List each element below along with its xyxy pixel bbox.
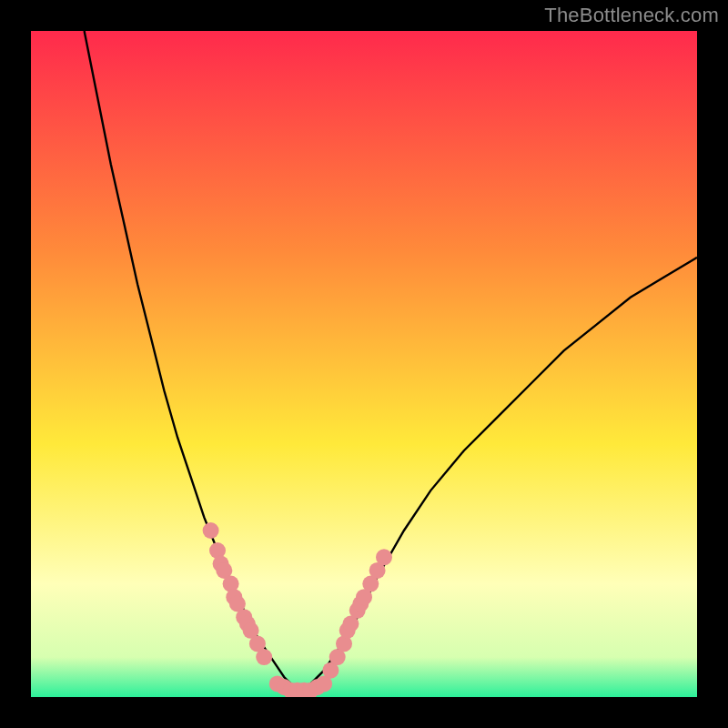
- chart-frame: TheBottleneck.com: [0, 0, 728, 728]
- data-marker: [203, 522, 219, 539]
- data-marker: [256, 649, 272, 665]
- watermark-text: TheBottleneck.com: [544, 4, 719, 27]
- chart-svg: [31, 31, 697, 697]
- data-marker: [376, 549, 392, 565]
- plot-area: [31, 31, 697, 697]
